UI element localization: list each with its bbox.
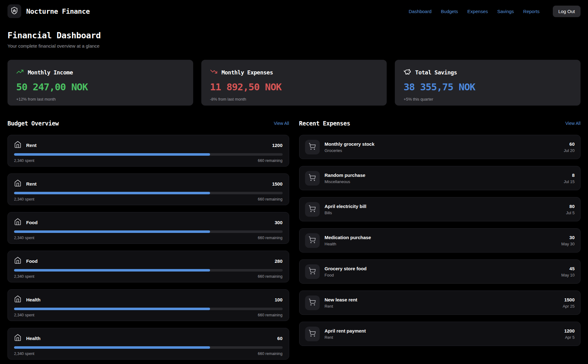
budget-card[interactable]: Food 280 2,340 spent 660 remaining xyxy=(7,251,289,282)
budget-spent-label: 2,340 spent xyxy=(14,274,34,279)
stat-note: +12% from last month xyxy=(16,97,184,102)
brand-logo xyxy=(7,4,21,18)
house-icon xyxy=(14,295,26,304)
budget-progress-bar xyxy=(14,230,283,233)
expense-amount: 1500 xyxy=(563,297,575,302)
nav-link-savings[interactable]: Savings xyxy=(497,9,514,14)
budget-spent-label: 2,340 spent xyxy=(14,236,34,240)
expense-name: Grocery store food xyxy=(325,266,367,271)
expense-card[interactable]: Monthly grocery stock Groceries 60 Jul 2… xyxy=(299,135,581,159)
budget-progress-bar xyxy=(14,153,283,156)
brand: Nocturne Finance xyxy=(7,4,90,18)
recent-expenses-section: Recent Expenses View All Monthly grocery… xyxy=(299,120,581,364)
budget-card[interactable]: Rent 1200 2,340 spent 660 remaining xyxy=(7,135,289,167)
budget-view-all-link[interactable]: View All xyxy=(274,121,289,126)
budget-name: Rent xyxy=(26,143,36,148)
expense-card[interactable]: April rent payment Rent 1200 Apr 5 xyxy=(299,322,581,346)
expense-amount: 45 xyxy=(561,266,575,271)
stat-value: 11 892,50 NOK xyxy=(210,81,378,92)
expense-amount: 80 xyxy=(566,204,575,209)
trending-down-icon xyxy=(210,68,218,77)
house-icon xyxy=(14,257,26,265)
expense-date: May 30 xyxy=(561,242,575,246)
stat-note: -8% from last month xyxy=(210,97,378,102)
budget-remaining-label: 660 remaining xyxy=(258,236,282,240)
expense-card[interactable]: Medication purchase Health 30 May 30 xyxy=(299,228,581,253)
expense-category: Miscellaneous xyxy=(325,179,366,184)
brand-name: Nocturne Finance xyxy=(26,7,90,15)
nav-link-reports[interactable]: Reports xyxy=(523,9,540,14)
expense-amount: 8 xyxy=(564,173,575,178)
expense-category: Bills xyxy=(325,210,366,215)
expense-category: Groceries xyxy=(325,148,375,153)
expense-icon-box xyxy=(305,327,320,341)
expense-name: Monthly grocery stock xyxy=(325,141,375,147)
budget-card[interactable]: Health 60 2,340 spent 660 remaining xyxy=(7,328,289,360)
stat-value: 50 247,00 NOK xyxy=(16,81,184,92)
house-icon xyxy=(14,141,26,149)
expense-amount: 1200 xyxy=(564,328,575,333)
budget-remaining-label: 660 remaining xyxy=(258,158,282,163)
nav-link-budgets[interactable]: Budgets xyxy=(441,9,458,14)
budget-progress-fill xyxy=(14,153,210,156)
stats-row: Monthly Income 50 247,00 NOK +12% from l… xyxy=(7,60,581,106)
recent-expenses-title: Recent Expenses xyxy=(299,120,350,127)
budget-amount: 1500 xyxy=(272,181,282,187)
budget-progress-fill xyxy=(14,269,210,272)
expense-date: Jul 15 xyxy=(564,179,575,184)
top-nav-bar: Nocturne Finance Dashboard Budgets Expen… xyxy=(0,0,588,22)
budget-card[interactable]: Food 300 2,340 spent 660 remaining xyxy=(7,212,289,244)
stat-title: Total Savings xyxy=(415,69,457,76)
budget-progress-bar xyxy=(14,346,283,349)
budget-progress-bar xyxy=(14,192,283,194)
house-icon xyxy=(14,334,26,343)
nav-link-dashboard[interactable]: Dashboard xyxy=(409,9,431,14)
budget-amount: 60 xyxy=(277,336,283,341)
expense-list: Monthly grocery stock Groceries 60 Jul 2… xyxy=(299,135,581,346)
budget-overview-title: Budget Overview xyxy=(7,120,59,127)
budget-amount: 300 xyxy=(275,220,282,225)
budget-name: Food xyxy=(26,220,38,225)
expense-category: Food xyxy=(325,273,367,277)
log-out-button[interactable]: Log Out xyxy=(553,6,581,17)
expense-icon-box xyxy=(305,295,320,310)
expense-card[interactable]: Grocery store food Food 45 May 10 xyxy=(299,259,581,284)
budget-spent-label: 2,340 spent xyxy=(14,158,34,163)
expense-name: April electricity bill xyxy=(325,204,366,209)
shield-icon xyxy=(10,7,18,16)
shopping-cart-icon xyxy=(308,298,316,307)
budget-name: Rent xyxy=(26,181,36,187)
shopping-cart-icon xyxy=(308,143,316,151)
expense-card[interactable]: Random purchase Miscellaneous 8 Jul 15 xyxy=(299,166,581,190)
house-icon xyxy=(14,218,26,227)
budget-card[interactable]: Health 100 2,340 spent 660 remaining xyxy=(7,289,289,321)
stat-note: +5% this quarter xyxy=(404,97,572,102)
expense-amount: 60 xyxy=(564,141,575,147)
expense-category: Health xyxy=(325,242,371,246)
expense-icon-box xyxy=(305,202,320,217)
budget-amount: 1200 xyxy=(272,143,282,148)
expense-card[interactable]: April electricity bill Bills 80 Jul 5 xyxy=(299,197,581,221)
nav-link-expenses[interactable]: Expenses xyxy=(467,9,488,14)
main-content: Financial Dashboard Your complete financ… xyxy=(0,31,588,364)
budget-remaining-label: 660 remaining xyxy=(258,197,282,201)
budget-remaining-label: 660 remaining xyxy=(258,274,282,279)
budget-amount: 100 xyxy=(275,297,282,302)
budget-list: Rent 1200 2,340 spent 660 remaining Rent… xyxy=(7,135,289,360)
expense-icon-box xyxy=(305,171,320,186)
budget-progress-fill xyxy=(14,308,210,310)
page-title: Financial Dashboard xyxy=(7,31,581,40)
budget-progress-fill xyxy=(14,192,210,194)
budget-card[interactable]: Rent 1500 2,340 spent 660 remaining xyxy=(7,173,289,205)
stat-card-monthly-expenses: Monthly Expenses 11 892,50 NOK -8% from … xyxy=(201,60,387,106)
budget-amount: 280 xyxy=(275,258,282,264)
budget-progress-fill xyxy=(14,230,210,233)
expense-date: Jul 5 xyxy=(566,210,575,215)
stat-title: Monthly Expenses xyxy=(222,69,273,76)
budget-remaining-label: 660 remaining xyxy=(258,313,282,317)
stat-card-monthly-income: Monthly Income 50 247,00 NOK +12% from l… xyxy=(7,60,193,106)
expense-name: Random purchase xyxy=(325,173,366,178)
expense-card[interactable]: New lease rent Rent 1500 Apr 25 xyxy=(299,291,581,315)
expenses-view-all-link[interactable]: View All xyxy=(565,121,581,126)
stat-title: Monthly Income xyxy=(28,69,73,76)
